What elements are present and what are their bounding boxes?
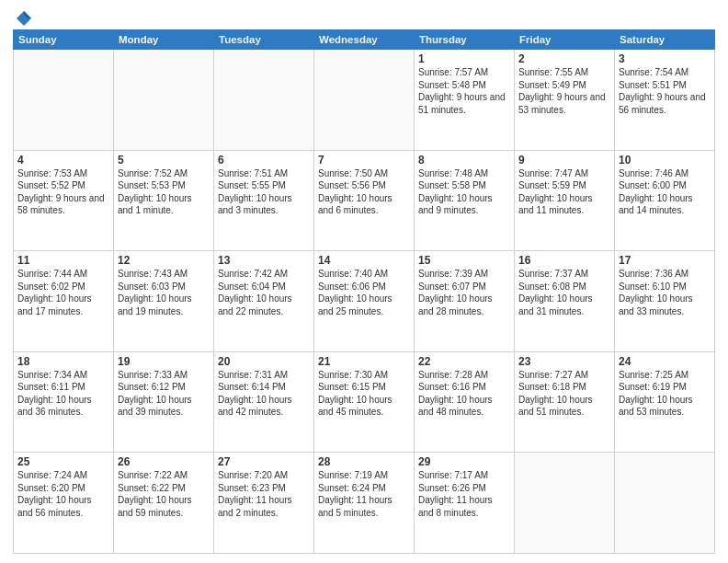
day-number: 1	[418, 52, 510, 65]
calendar-cell: 13Sunrise: 7:42 AM Sunset: 6:04 PM Dayli…	[214, 251, 314, 352]
calendar-cell: 8Sunrise: 7:48 AM Sunset: 5:58 PM Daylig…	[415, 150, 515, 251]
page: SundayMondayTuesdayWednesdayThursdayFrid…	[0, 0, 728, 563]
calendar-cell: 24Sunrise: 7:25 AM Sunset: 6:19 PM Dayli…	[615, 351, 715, 453]
day-number: 18	[17, 355, 109, 368]
calendar-cell: 28Sunrise: 7:19 AM Sunset: 6:24 PM Dayli…	[314, 453, 415, 554]
day-number: 24	[619, 355, 711, 368]
day-number: 21	[318, 355, 410, 368]
weekday-header-thursday: Thursday	[415, 30, 515, 50]
calendar-cell: 11Sunrise: 7:44 AM Sunset: 6:02 PM Dayli…	[14, 251, 114, 352]
calendar-cell: 12Sunrise: 7:43 AM Sunset: 6:03 PM Dayli…	[114, 251, 214, 352]
day-number: 8	[418, 154, 510, 167]
day-info: Sunrise: 7:31 AM Sunset: 6:14 PM Dayligh…	[218, 369, 310, 419]
calendar-cell: 22Sunrise: 7:28 AM Sunset: 6:16 PM Dayli…	[415, 351, 515, 453]
calendar-cell	[515, 453, 615, 554]
calendar-cell: 4Sunrise: 7:53 AM Sunset: 5:52 PM Daylig…	[14, 150, 114, 251]
day-info: Sunrise: 7:30 AM Sunset: 6:15 PM Dayligh…	[318, 369, 410, 419]
day-info: Sunrise: 7:27 AM Sunset: 6:18 PM Dayligh…	[518, 369, 610, 419]
day-info: Sunrise: 7:28 AM Sunset: 6:16 PM Dayligh…	[418, 369, 510, 419]
calendar-cell: 17Sunrise: 7:36 AM Sunset: 6:10 PM Dayli…	[615, 251, 715, 352]
day-info: Sunrise: 7:57 AM Sunset: 5:48 PM Dayligh…	[418, 66, 510, 116]
day-info: Sunrise: 7:33 AM Sunset: 6:12 PM Dayligh…	[118, 369, 210, 419]
day-number: 25	[17, 455, 109, 468]
day-number: 5	[118, 154, 210, 167]
day-info: Sunrise: 7:50 AM Sunset: 5:56 PM Dayligh…	[318, 167, 410, 217]
calendar-cell: 5Sunrise: 7:52 AM Sunset: 5:53 PM Daylig…	[114, 150, 214, 251]
weekday-header-saturday: Saturday	[615, 30, 715, 50]
day-number: 7	[318, 154, 410, 167]
day-info: Sunrise: 7:34 AM Sunset: 6:11 PM Dayligh…	[17, 369, 109, 419]
header	[13, 9, 715, 24]
day-info: Sunrise: 7:46 AM Sunset: 6:00 PM Dayligh…	[619, 167, 711, 217]
calendar: SundayMondayTuesdayWednesdayThursdayFrid…	[13, 29, 715, 554]
day-info: Sunrise: 7:36 AM Sunset: 6:10 PM Dayligh…	[619, 268, 711, 317]
weekday-header-friday: Friday	[515, 30, 615, 50]
day-number: 17	[619, 254, 711, 267]
day-info: Sunrise: 7:53 AM Sunset: 5:52 PM Dayligh…	[17, 167, 109, 217]
day-info: Sunrise: 7:25 AM Sunset: 6:19 PM Dayligh…	[619, 369, 711, 419]
calendar-cell: 16Sunrise: 7:37 AM Sunset: 6:08 PM Dayli…	[515, 251, 615, 352]
calendar-cell: 25Sunrise: 7:24 AM Sunset: 6:20 PM Dayli…	[14, 453, 114, 554]
weekday-header-row: SundayMondayTuesdayWednesdayThursdayFrid…	[14, 30, 715, 50]
calendar-cell: 6Sunrise: 7:51 AM Sunset: 5:55 PM Daylig…	[214, 150, 314, 251]
day-info: Sunrise: 7:39 AM Sunset: 6:07 PM Dayligh…	[418, 268, 510, 317]
day-number: 6	[218, 154, 310, 167]
calendar-cell	[14, 50, 114, 151]
day-number: 14	[318, 254, 410, 267]
day-number: 4	[17, 154, 109, 167]
day-info: Sunrise: 7:48 AM Sunset: 5:58 PM Dayligh…	[418, 167, 510, 217]
day-info: Sunrise: 7:37 AM Sunset: 6:08 PM Dayligh…	[518, 268, 610, 317]
week-row-2: 11Sunrise: 7:44 AM Sunset: 6:02 PM Dayli…	[14, 251, 715, 352]
day-info: Sunrise: 7:19 AM Sunset: 6:24 PM Dayligh…	[318, 469, 410, 519]
logo	[13, 9, 33, 24]
day-number: 13	[218, 254, 310, 267]
day-number: 27	[218, 455, 310, 468]
day-info: Sunrise: 7:40 AM Sunset: 6:06 PM Dayligh…	[318, 268, 410, 317]
day-info: Sunrise: 7:43 AM Sunset: 6:03 PM Dayligh…	[118, 268, 210, 317]
day-info: Sunrise: 7:47 AM Sunset: 5:59 PM Dayligh…	[518, 167, 610, 217]
logo-icon	[15, 9, 33, 28]
day-number: 12	[118, 254, 210, 267]
calendar-cell: 3Sunrise: 7:54 AM Sunset: 5:51 PM Daylig…	[615, 50, 715, 151]
day-info: Sunrise: 7:22 AM Sunset: 6:22 PM Dayligh…	[118, 469, 210, 519]
day-info: Sunrise: 7:20 AM Sunset: 6:23 PM Dayligh…	[218, 469, 310, 519]
calendar-cell: 26Sunrise: 7:22 AM Sunset: 6:22 PM Dayli…	[114, 453, 214, 554]
weekday-header-wednesday: Wednesday	[314, 30, 415, 50]
calendar-cell	[214, 50, 314, 151]
weekday-header-sunday: Sunday	[14, 30, 114, 50]
calendar-cell: 2Sunrise: 7:55 AM Sunset: 5:49 PM Daylig…	[515, 50, 615, 151]
day-info: Sunrise: 7:54 AM Sunset: 5:51 PM Dayligh…	[619, 66, 711, 116]
day-number: 29	[418, 455, 510, 468]
day-number: 22	[418, 355, 510, 368]
day-number: 15	[418, 254, 510, 267]
day-info: Sunrise: 7:52 AM Sunset: 5:53 PM Dayligh…	[118, 167, 210, 217]
day-info: Sunrise: 7:17 AM Sunset: 6:26 PM Dayligh…	[418, 469, 510, 519]
calendar-cell: 10Sunrise: 7:46 AM Sunset: 6:00 PM Dayli…	[615, 150, 715, 251]
day-number: 10	[619, 154, 711, 167]
day-number: 26	[118, 455, 210, 468]
day-number: 28	[318, 455, 410, 468]
day-number: 19	[118, 355, 210, 368]
day-info: Sunrise: 7:44 AM Sunset: 6:02 PM Dayligh…	[17, 268, 109, 317]
calendar-cell: 7Sunrise: 7:50 AM Sunset: 5:56 PM Daylig…	[314, 150, 415, 251]
day-number: 2	[518, 52, 610, 65]
calendar-cell: 15Sunrise: 7:39 AM Sunset: 6:07 PM Dayli…	[415, 251, 515, 352]
calendar-cell: 1Sunrise: 7:57 AM Sunset: 5:48 PM Daylig…	[415, 50, 515, 151]
calendar-cell: 27Sunrise: 7:20 AM Sunset: 6:23 PM Dayli…	[214, 453, 314, 554]
day-info: Sunrise: 7:42 AM Sunset: 6:04 PM Dayligh…	[218, 268, 310, 317]
calendar-cell	[114, 50, 214, 151]
week-row-1: 4Sunrise: 7:53 AM Sunset: 5:52 PM Daylig…	[14, 150, 715, 251]
day-info: Sunrise: 7:51 AM Sunset: 5:55 PM Dayligh…	[218, 167, 310, 217]
calendar-cell	[615, 453, 715, 554]
day-number: 16	[518, 254, 610, 267]
day-number: 20	[218, 355, 310, 368]
day-number: 23	[518, 355, 610, 368]
calendar-cell	[314, 50, 415, 151]
weekday-header-tuesday: Tuesday	[214, 30, 314, 50]
calendar-cell: 18Sunrise: 7:34 AM Sunset: 6:11 PM Dayli…	[14, 351, 114, 453]
day-number: 9	[518, 154, 610, 167]
calendar-cell: 14Sunrise: 7:40 AM Sunset: 6:06 PM Dayli…	[314, 251, 415, 352]
day-number: 3	[619, 52, 711, 65]
day-info: Sunrise: 7:24 AM Sunset: 6:20 PM Dayligh…	[17, 469, 109, 519]
calendar-cell: 23Sunrise: 7:27 AM Sunset: 6:18 PM Dayli…	[515, 351, 615, 453]
